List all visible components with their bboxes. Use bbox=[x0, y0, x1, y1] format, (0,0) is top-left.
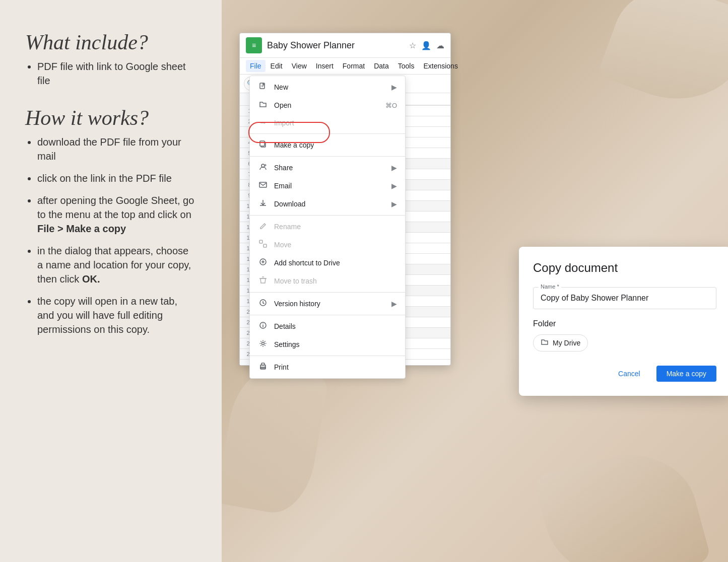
menu-settings-label: Settings bbox=[274, 340, 300, 348]
divider-2 bbox=[250, 156, 405, 157]
menu-open[interactable]: Open ⌘O bbox=[250, 96, 405, 114]
copy-document-dialog: Copy document Name * Copy of Baby Shower… bbox=[519, 247, 728, 396]
svg-rect-6 bbox=[263, 244, 267, 247]
sheets-title-bar: ≡ Baby Shower Planner ☆ 👤 ☁ bbox=[240, 33, 450, 58]
menu-rename-label: Rename bbox=[274, 223, 301, 231]
account-icon[interactable]: 👤 bbox=[421, 41, 431, 50]
menu-file[interactable]: File bbox=[246, 60, 266, 72]
ribbon-decoration-top bbox=[597, 0, 728, 120]
download-arrow-icon: ▶ bbox=[391, 200, 397, 208]
svg-point-14 bbox=[264, 366, 265, 367]
what-include-title: What include? bbox=[25, 30, 196, 54]
menu-email-label: Email bbox=[274, 182, 292, 190]
cloud-icon[interactable]: ☁ bbox=[436, 41, 444, 50]
download-icon bbox=[258, 199, 268, 209]
divider-1 bbox=[250, 133, 405, 134]
svg-rect-5 bbox=[259, 240, 262, 243]
email-icon bbox=[258, 181, 268, 191]
menu-move-label: Move bbox=[274, 241, 291, 249]
menu-print[interactable]: Print bbox=[250, 358, 405, 376]
svg-rect-2 bbox=[260, 141, 264, 146]
menu-make-copy[interactable]: Make a copy bbox=[250, 136, 405, 154]
list-item: click on the link in the PDF file bbox=[37, 171, 196, 185]
menu-move-trash[interactable]: Move to trash bbox=[250, 272, 405, 290]
divider-3 bbox=[250, 215, 405, 216]
menu-insert[interactable]: Insert bbox=[312, 60, 338, 72]
print-icon bbox=[258, 362, 268, 372]
right-panel: ≡ Baby Shower Planner ☆ 👤 ☁ File Edit Vi… bbox=[222, 0, 728, 562]
email-arrow-icon: ▶ bbox=[391, 182, 397, 190]
menu-version-history[interactable]: Version history ▶ bbox=[250, 295, 405, 313]
title-bar-icons: ☆ 👤 ☁ bbox=[409, 41, 444, 50]
cancel-button[interactable]: Cancel bbox=[608, 366, 650, 382]
make-copy-button[interactable]: Make a copy bbox=[656, 366, 716, 382]
menu-share-label: Share bbox=[274, 164, 293, 172]
list-item: after opening the Google Sheet, go to th… bbox=[37, 193, 196, 236]
menu-import[interactable]: → Import bbox=[250, 114, 405, 131]
move-icon bbox=[258, 240, 268, 250]
svg-rect-4 bbox=[259, 182, 267, 187]
menu-share[interactable]: Share ▶ bbox=[250, 159, 405, 177]
document-title: Baby Shower Planner bbox=[267, 40, 404, 51]
copy-name-label: Name * bbox=[539, 284, 561, 290]
rename-icon bbox=[258, 222, 268, 232]
import-icon: → bbox=[258, 118, 268, 127]
copy-name-input-wrapper[interactable]: Name * Copy of Baby Shower Planner bbox=[533, 287, 716, 309]
menu-add-shortcut[interactable]: Add shortcut to Drive bbox=[250, 254, 405, 272]
menu-details[interactable]: Details bbox=[250, 317, 405, 335]
open-icon bbox=[258, 100, 268, 110]
ribbon-decoration-bottom-right bbox=[533, 439, 711, 562]
menu-edit[interactable]: Edit bbox=[267, 60, 287, 72]
list-item: download the PDF file from your mail bbox=[37, 135, 196, 163]
folder-chip[interactable]: My Drive bbox=[533, 334, 588, 352]
menu-data[interactable]: Data bbox=[370, 60, 393, 72]
copy-folder-label: Folder bbox=[533, 319, 716, 328]
star-icon[interactable]: ☆ bbox=[409, 41, 416, 50]
menu-add-shortcut-label: Add shortcut to Drive bbox=[274, 259, 340, 267]
version-history-icon bbox=[258, 299, 268, 309]
menu-open-label: Open bbox=[274, 101, 291, 109]
ribbon-decoration-bottom-left bbox=[222, 364, 329, 518]
copy-dialog-actions: Cancel Make a copy bbox=[533, 366, 716, 382]
list-item: in the dialog that appears, choose a nam… bbox=[37, 244, 196, 286]
share-arrow-icon: ▶ bbox=[391, 164, 397, 172]
divider-5 bbox=[250, 315, 405, 315]
menu-move[interactable]: Move bbox=[250, 236, 405, 254]
menu-tools[interactable]: Tools bbox=[394, 60, 419, 72]
how-it-works-section: How it works? download the PDF file from… bbox=[25, 106, 196, 336]
svg-point-3 bbox=[261, 164, 264, 167]
menu-email[interactable]: Email ▶ bbox=[250, 177, 405, 195]
menu-rename[interactable]: Rename bbox=[250, 218, 405, 236]
menu-move-trash-label: Move to trash bbox=[274, 277, 317, 285]
new-arrow-icon: ▶ bbox=[391, 83, 397, 91]
details-icon bbox=[258, 321, 268, 331]
settings-icon bbox=[258, 339, 268, 349]
copy-name-value[interactable]: Copy of Baby Shower Planner bbox=[541, 294, 709, 303]
how-it-works-title: How it works? bbox=[25, 106, 196, 130]
what-include-list: PDF file with link to Google sheet file bbox=[25, 59, 196, 88]
svg-point-11 bbox=[262, 342, 264, 345]
menu-extensions[interactable]: Extensions bbox=[419, 60, 461, 72]
menu-settings[interactable]: Settings bbox=[250, 335, 405, 354]
menu-new-label: New bbox=[274, 83, 288, 91]
copy-icon bbox=[258, 140, 268, 150]
menu-format[interactable]: Format bbox=[339, 60, 369, 72]
sheets-menu-bar: File Edit View Insert Format Data Tools … bbox=[240, 58, 450, 75]
menu-print-label: Print bbox=[274, 363, 289, 371]
menu-import-label: Import bbox=[274, 119, 294, 127]
menu-new[interactable]: New ▶ bbox=[250, 78, 405, 96]
copy-dialog-title: Copy document bbox=[533, 261, 716, 275]
menu-version-history-label: Version history bbox=[274, 300, 320, 308]
menu-view[interactable]: View bbox=[288, 60, 311, 72]
menu-download-label: Download bbox=[274, 200, 305, 208]
how-it-works-list: download the PDF file from your mail cli… bbox=[25, 135, 196, 336]
trash-icon bbox=[258, 276, 268, 286]
menu-make-copy-label: Make a copy bbox=[274, 141, 314, 149]
divider-4 bbox=[250, 292, 405, 293]
list-item: the copy will open in a new tab, and you… bbox=[37, 294, 196, 336]
open-shortcut: ⌘O bbox=[385, 102, 397, 109]
sheets-app-icon: ≡ bbox=[246, 37, 262, 53]
list-item: PDF file with link to Google sheet file bbox=[37, 59, 196, 88]
menu-download[interactable]: Download ▶ bbox=[250, 195, 405, 213]
folder-icon bbox=[541, 338, 549, 348]
